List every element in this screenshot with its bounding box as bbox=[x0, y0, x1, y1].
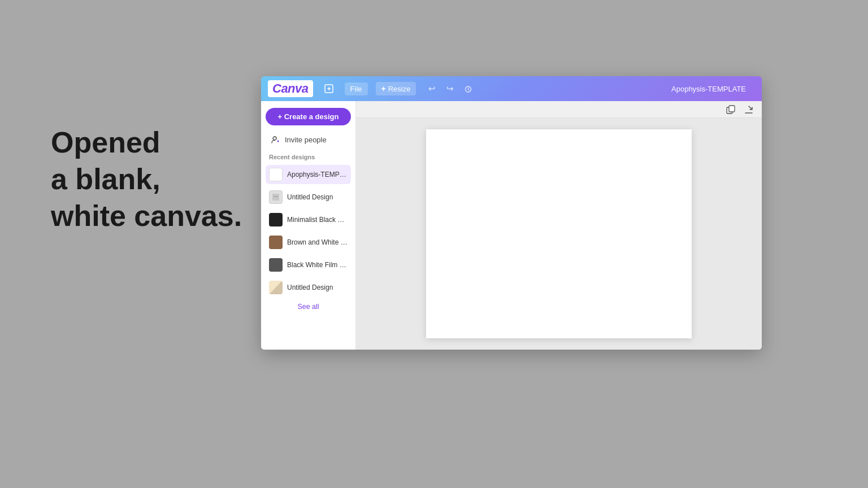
file-label: File bbox=[350, 85, 362, 93]
invite-people-label: Invite people bbox=[285, 136, 327, 144]
recent-item-minimalist[interactable]: Minimalist Black Whit... bbox=[266, 210, 351, 229]
recent-item-thumb-film bbox=[269, 258, 283, 272]
svg-rect-5 bbox=[729, 106, 735, 112]
main-content: + Create a design Invite people Recent d… bbox=[261, 101, 762, 350]
share-icon[interactable] bbox=[321, 81, 337, 97]
resize-button[interactable]: + Resize bbox=[376, 82, 416, 95]
recent-item-name-film: Black White Film Fram... bbox=[287, 261, 348, 269]
redo-icon[interactable]: ↪ bbox=[442, 81, 458, 97]
canvas-toolbar bbox=[356, 101, 762, 118]
recent-item-thumb-untitled2 bbox=[269, 281, 283, 294]
resize-plus-icon: + bbox=[381, 84, 386, 93]
undo-redo-group: ↩ ↪ bbox=[424, 81, 476, 97]
export-icon[interactable] bbox=[741, 102, 756, 117]
recent-item-thumb-brown bbox=[269, 236, 283, 249]
invite-people-button[interactable]: Invite people bbox=[266, 131, 351, 148]
see-all-link[interactable]: See all bbox=[266, 300, 351, 313]
file-button[interactable]: File bbox=[345, 82, 368, 95]
recent-item-name-untitled2: Untitled Design bbox=[287, 284, 333, 291]
recent-designs-label: Recent designs bbox=[266, 151, 351, 162]
timer-icon bbox=[460, 81, 476, 97]
create-design-label: + Create a design bbox=[277, 112, 338, 121]
canva-window: Canva File + Resize ↩ ↪ bbox=[261, 76, 762, 350]
svg-point-2 bbox=[273, 137, 276, 140]
copy-icon[interactable] bbox=[723, 102, 738, 117]
recent-item-thumb-apophysis bbox=[269, 168, 283, 181]
recent-item-name-apophysis: Apophysis-TEMPLATE bbox=[287, 171, 348, 178]
sidebar: + Create a design Invite people Recent d… bbox=[261, 101, 356, 350]
undo-icon[interactable]: ↩ bbox=[424, 81, 440, 97]
recent-item-untitled1[interactable]: Untitled Design bbox=[266, 188, 351, 207]
design-title: Apophysis-TEMPLATE bbox=[671, 85, 746, 93]
recent-item-thumb-minimalist bbox=[269, 213, 283, 226]
create-design-button[interactable]: + Create a design bbox=[266, 108, 351, 125]
canvas-area bbox=[356, 101, 762, 350]
white-canvas bbox=[426, 129, 692, 338]
recent-item-brown[interactable]: Brown and White Pho... bbox=[266, 233, 351, 252]
canvas-workspace bbox=[356, 118, 762, 350]
recent-item-thumb-untitled1 bbox=[269, 190, 283, 204]
svg-rect-3 bbox=[272, 194, 279, 201]
recent-item-film[interactable]: Black White Film Fram... bbox=[266, 255, 351, 274]
recent-item-apophysis[interactable]: Apophysis-TEMPLATE bbox=[266, 165, 351, 184]
top-bar: Canva File + Resize ↩ ↪ bbox=[261, 76, 762, 101]
recent-item-name-minimalist: Minimalist Black Whit... bbox=[287, 216, 348, 224]
annotation-text: Opened a blank, white canvas. bbox=[51, 124, 242, 234]
recent-item-untitled2[interactable]: Untitled Design bbox=[266, 278, 351, 297]
resize-label: Resize bbox=[388, 85, 411, 93]
recent-item-name-untitled1: Untitled Design bbox=[287, 193, 333, 201]
recent-item-name-brown: Brown and White Pho... bbox=[287, 238, 348, 246]
canva-logo: Canva bbox=[268, 80, 313, 97]
top-bar-left: Canva File + Resize ↩ ↪ bbox=[268, 80, 476, 97]
